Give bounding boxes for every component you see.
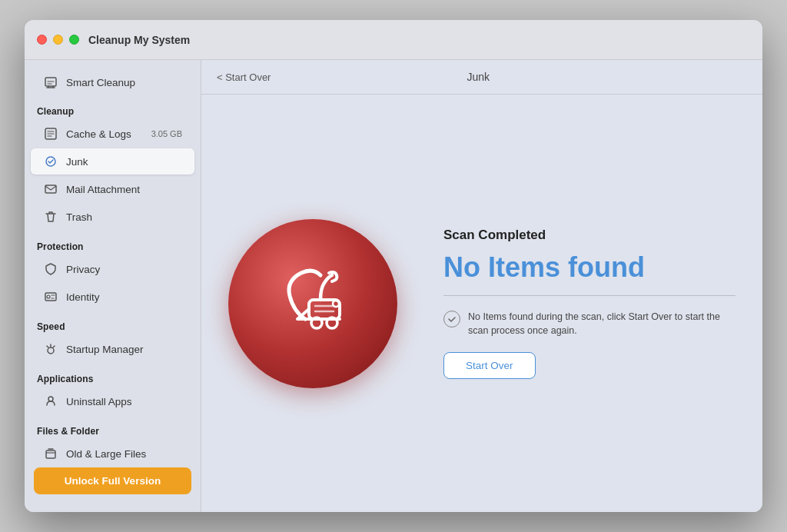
identity-label: Identity [66, 291, 100, 303]
sidebar-item-uninstall-apps[interactable]: Uninstall Apps [31, 388, 194, 414]
trash-label: Trash [66, 211, 92, 223]
svg-point-6 [48, 347, 54, 354]
svg-point-7 [48, 397, 53, 401]
section-protection-header: Protection [25, 237, 201, 255]
check-icon [443, 311, 460, 328]
svg-point-12 [333, 301, 339, 307]
sidebar-item-cache-logs[interactable]: Cache & Logs 3.05 GB [31, 121, 194, 147]
section-files-folder-header: Files & Folder [25, 421, 201, 440]
scan-completed-label: Scan Completed [443, 228, 736, 243]
mail-attachment-label: Mail Attachment [66, 184, 140, 195]
result-area: Scan Completed No Items found No Items f… [443, 228, 736, 379]
main-area: < Start Over Junk [201, 60, 762, 512]
smart-cleanup-icon [43, 75, 58, 90]
main-topbar: < Start Over Junk [201, 60, 762, 95]
old-large-files-label: Old & Large Files [66, 448, 146, 460]
svg-rect-8 [46, 451, 55, 458]
mail-attachment-icon [43, 181, 58, 197]
sidebar-item-identity[interactable]: Identity [31, 284, 194, 310]
cache-logs-size: 3.05 GB [151, 129, 182, 138]
close-button[interactable] [37, 35, 47, 45]
old-large-files-icon [43, 446, 58, 461]
cache-logs-icon [43, 126, 58, 141]
sidebar: Smart Cleanup Cleanup Cache & Logs 3.05 … [25, 60, 201, 512]
old-large-left: Old & Large Files [43, 446, 146, 461]
sidebar-item-startup-manager[interactable]: Startup Manager [31, 336, 194, 362]
svg-rect-9 [309, 300, 340, 319]
uninstall-apps-icon [43, 394, 58, 409]
mail-left: Mail Attachment [43, 181, 140, 197]
trash-icon [43, 209, 58, 224]
divider [443, 295, 736, 296]
sidebar-item-smart-cleanup[interactable]: Smart Cleanup [31, 69, 194, 95]
identity-left: Identity [43, 289, 100, 304]
section-speed-header: Speed [25, 317, 201, 335]
app-window: Cleanup My System Smart Cleanup Cleanup [25, 20, 762, 512]
checkmark-icon [447, 314, 457, 324]
privacy-label: Privacy [66, 264, 100, 275]
cache-logs-label: Cache & Logs [66, 128, 131, 140]
start-over-button[interactable]: Start Over [443, 352, 536, 379]
privacy-left: Privacy [43, 261, 100, 277]
window-title: Cleanup My System [88, 34, 190, 46]
identity-icon [43, 289, 58, 304]
startup-manager-label: Startup Manager [66, 344, 144, 355]
vacuum-circle [228, 219, 397, 388]
minimize-button[interactable] [53, 35, 63, 45]
junk-left: Junk [43, 154, 88, 169]
result-description: No Items found during the scan, click St… [443, 310, 736, 339]
uninstall-left: Uninstall Apps [43, 394, 132, 409]
smart-cleanup-label: Smart Cleanup [66, 77, 135, 88]
svg-point-5 [47, 295, 50, 298]
cache-logs-left: Cache & Logs [43, 126, 131, 141]
sidebar-item-privacy[interactable]: Privacy [31, 256, 194, 282]
illustration-area [228, 219, 397, 388]
traffic-lights [37, 35, 79, 45]
junk-icon [43, 154, 58, 169]
no-items-found-label: No Items found [443, 252, 736, 283]
fullscreen-button[interactable] [69, 35, 79, 45]
result-description-text: No Items found during the scan, click St… [468, 310, 736, 339]
trash-left: Trash [43, 209, 92, 224]
startup-manager-icon [43, 341, 58, 357]
sidebar-item-mail-attachment[interactable]: Mail Attachment [31, 176, 194, 202]
sidebar-item-trash[interactable]: Trash [31, 204, 194, 230]
sidebar-item-old-large-files[interactable]: Old & Large Files [31, 441, 194, 467]
start-over-back-button[interactable]: < Start Over [217, 71, 271, 83]
section-applications-header: Applications [25, 369, 201, 387]
page-title: Junk [271, 71, 686, 83]
main-content-area: Scan Completed No Items found No Items f… [201, 95, 762, 512]
app-content: Smart Cleanup Cleanup Cache & Logs 3.05 … [25, 60, 762, 512]
sidebar-item-junk[interactable]: Junk [31, 148, 194, 175]
unlock-full-version-button[interactable]: Unlock Full Version [34, 467, 191, 494]
privacy-icon [43, 261, 58, 277]
section-cleanup-header: Cleanup [25, 101, 201, 120]
svg-rect-3 [45, 185, 56, 193]
titlebar: Cleanup My System [25, 20, 762, 60]
uninstall-apps-label: Uninstall Apps [66, 396, 132, 407]
startup-left: Startup Manager [43, 341, 144, 357]
junk-label: Junk [66, 156, 88, 168]
vacuum-illustration [263, 254, 363, 354]
